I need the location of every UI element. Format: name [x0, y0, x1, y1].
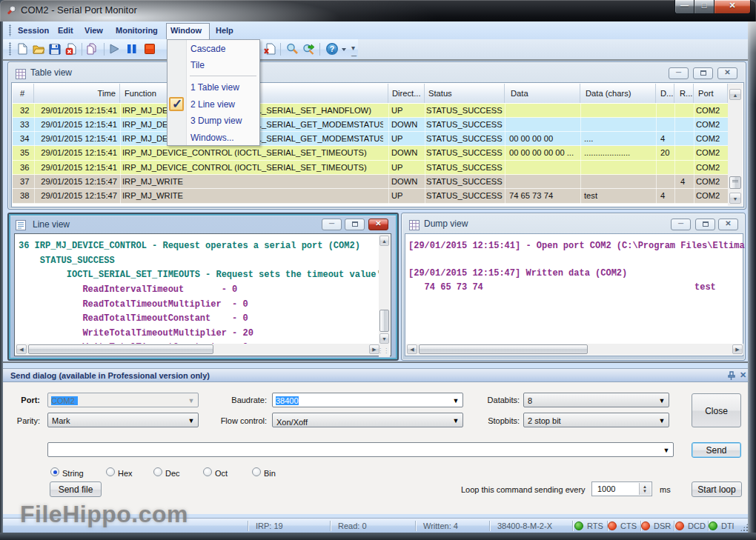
svg-text:?: ? [330, 44, 334, 53]
